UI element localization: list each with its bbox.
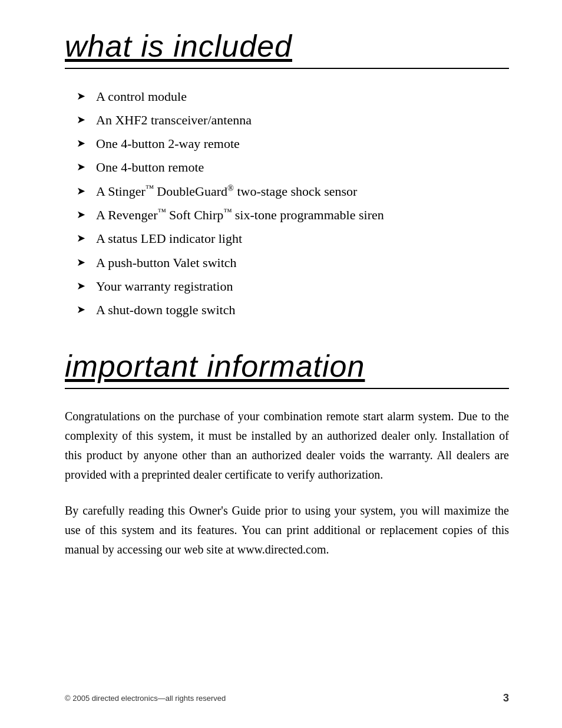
bullet-arrow-icon: ➤	[77, 255, 85, 271]
list-item-text: A shut-down toggle switch	[96, 300, 236, 320]
footer-copyright: © 2005 directed electronics—all rights r…	[65, 694, 226, 703]
list-item-text: A push-button Valet switch	[96, 253, 237, 273]
list-item-text: A status LED indicator light	[96, 229, 242, 249]
section1-title: what is included	[65, 29, 509, 63]
section2-divider	[65, 388, 509, 389]
list-item-text: A Revenger™ Soft Chirp™ six-tone program…	[96, 205, 384, 225]
list-item: ➤An XHF2 transceiver/antenna	[77, 110, 509, 130]
list-item-text: Your warranty registration	[96, 276, 233, 297]
list-item-text: A Stinger™ DoubleGuard® two-stage shock …	[96, 182, 357, 202]
paragraph2: By carefully reading this Owner's Guide …	[65, 501, 509, 559]
list-item-text: One 4-button remote	[96, 157, 204, 177]
list-item: ➤A Stinger™ DoubleGuard® two-stage shock…	[77, 182, 509, 202]
page-container: what is included ➤A control module➤An XH…	[0, 0, 562, 728]
list-item-text: One 4-button 2-way remote	[96, 134, 240, 154]
included-items-list: ➤A control module➤An XHF2 transceiver/an…	[77, 87, 509, 320]
list-item: ➤A status LED indicator light	[77, 229, 509, 249]
section2-title: important information	[65, 350, 509, 383]
bullet-arrow-icon: ➤	[77, 278, 85, 295]
important-section: important information Congratulations on…	[65, 350, 509, 559]
bullet-arrow-icon: ➤	[77, 112, 85, 129]
list-item: ➤Your warranty registration	[77, 276, 509, 297]
bullet-arrow-icon: ➤	[77, 207, 85, 223]
bullet-arrow-icon: ➤	[77, 159, 85, 176]
section1-divider	[65, 68, 509, 69]
bullet-arrow-icon: ➤	[77, 183, 85, 200]
list-item: ➤A shut-down toggle switch	[77, 300, 509, 320]
bullet-arrow-icon: ➤	[77, 136, 85, 152]
footer: © 2005 directed electronics—all rights r…	[65, 692, 509, 704]
bullet-arrow-icon: ➤	[77, 88, 85, 105]
list-item-text: A control module	[96, 87, 187, 107]
list-item: ➤A push-button Valet switch	[77, 253, 509, 273]
paragraph1: Congratulations on the purchase of your …	[65, 407, 509, 485]
list-item: ➤One 4-button remote	[77, 157, 509, 177]
list-item: ➤A Revenger™ Soft Chirp™ six-tone progra…	[77, 205, 509, 225]
footer-page-number: 3	[503, 692, 509, 704]
bullet-arrow-icon: ➤	[77, 230, 85, 247]
list-item-text: An XHF2 transceiver/antenna	[96, 110, 252, 130]
list-item: ➤One 4-button 2-way remote	[77, 134, 509, 154]
list-item: ➤A control module	[77, 87, 509, 107]
bullet-arrow-icon: ➤	[77, 302, 85, 318]
